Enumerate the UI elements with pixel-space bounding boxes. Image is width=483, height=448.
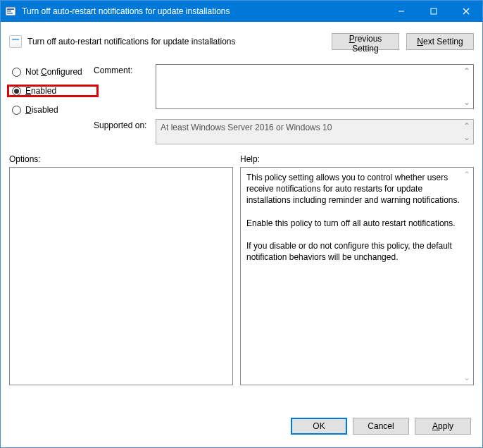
radio-icon — [12, 87, 21, 96]
svg-rect-1 — [7, 8, 14, 10]
next-setting-button[interactable]: Next Setting — [406, 33, 474, 50]
help-text: Enable this policy to turn off all auto … — [246, 218, 468, 229]
scrollbar[interactable]: ⌃⌄ — [462, 169, 472, 383]
radio-enabled[interactable]: Enabled — [7, 85, 99, 97]
help-text: This policy setting allows you to contro… — [246, 172, 468, 206]
ok-button[interactable]: OK — [291, 418, 347, 435]
state-radio-group: Not Configured Enabled Disabled — [9, 64, 94, 144]
policy-icon — [9, 35, 22, 48]
window-title: Turn off auto-restart notifications for … — [22, 6, 385, 16]
radio-not-configured[interactable]: Not Configured — [12, 66, 94, 78]
apply-button[interactable]: Apply — [415, 418, 471, 435]
app-icon — [5, 6, 16, 17]
titlebar[interactable]: Turn off auto-restart notifications for … — [1, 1, 482, 22]
comment-label: Comment: — [94, 64, 150, 109]
help-pane: This policy setting allows you to contro… — [240, 167, 474, 385]
radio-icon — [12, 68, 21, 77]
svg-rect-2 — [7, 11, 11, 12]
svg-rect-5 — [431, 8, 437, 14]
help-label: Help: — [240, 154, 474, 164]
previous-setting-button[interactable]: Previous Setting — [332, 33, 399, 50]
policy-title: Turn off auto-restart notifications for … — [27, 37, 326, 46]
radio-disabled[interactable]: Disabled — [12, 104, 94, 116]
help-text: If you disable or do not configure this … — [246, 240, 468, 263]
close-button[interactable] — [450, 1, 482, 22]
svg-rect-3 — [7, 13, 13, 14]
header-row: Turn off auto-restart notifications for … — [9, 29, 474, 54]
radio-icon — [12, 106, 21, 115]
cancel-button[interactable]: Cancel — [353, 418, 409, 435]
scrollbar[interactable]: ⌃⌄ — [462, 66, 472, 107]
footer: OK Cancel Apply — [9, 412, 474, 440]
options-label: Options: — [9, 154, 240, 164]
maximize-button[interactable] — [418, 1, 450, 22]
supported-on-label: Supported on: — [94, 119, 150, 144]
scrollbar: ⌃⌄ — [462, 121, 472, 142]
options-pane — [9, 167, 233, 385]
comment-textarea[interactable]: ⌃⌄ — [156, 64, 474, 109]
supported-on-value: At least Windows Server 2016 or Windows … — [156, 119, 474, 144]
window: Turn off auto-restart notifications for … — [0, 0, 483, 448]
minimize-button[interactable] — [385, 1, 418, 22]
dialog-body: Turn off auto-restart notifications for … — [1, 22, 482, 447]
